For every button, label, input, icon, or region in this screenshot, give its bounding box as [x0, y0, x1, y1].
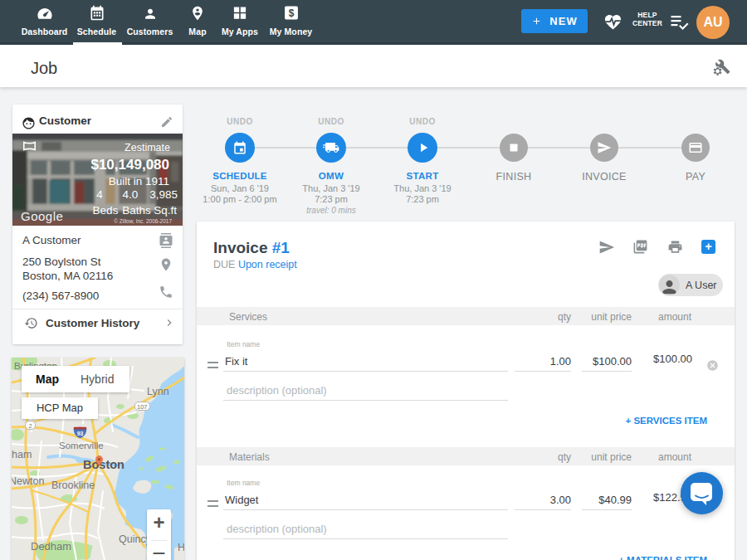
svg-text:$: $	[288, 7, 294, 19]
svg-text:93: 93	[77, 431, 84, 436]
